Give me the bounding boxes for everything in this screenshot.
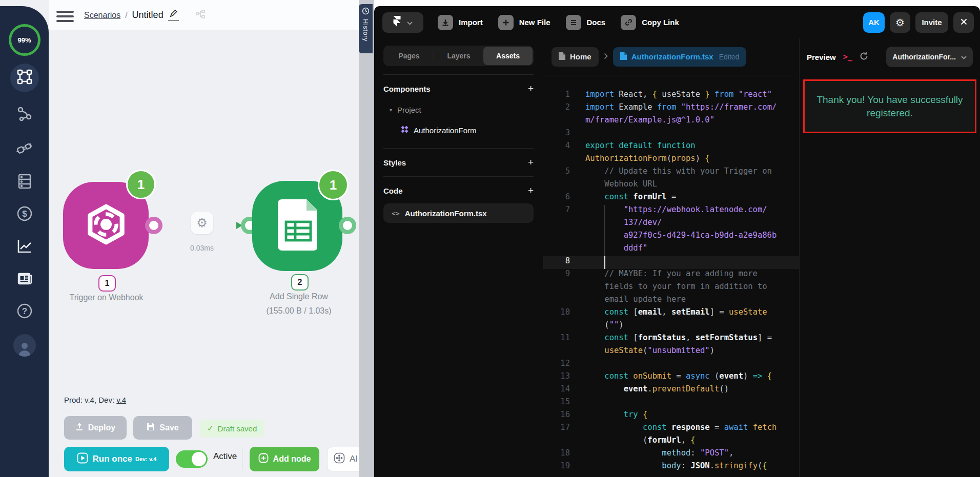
line-number: [543, 282, 570, 295]
plus-icon: [498, 15, 514, 30]
scenario-title[interactable]: Untitled: [132, 10, 164, 20]
panel-resize-strip[interactable]: [359, 0, 374, 477]
line-number: [543, 243, 570, 256]
line-number: [543, 295, 570, 307]
code-brackets-icon: <>: [392, 210, 400, 217]
component-item-authorizationform[interactable]: AuthorizationForm: [401, 126, 534, 135]
code-line: 2import Example from "https://framer.com…: [543, 102, 799, 115]
copy-link-button[interactable]: Copy Link: [621, 15, 679, 30]
line-number: [543, 435, 570, 448]
docs-button[interactable]: Docs: [566, 15, 606, 30]
code-line: 4export default function: [543, 141, 799, 154]
edited-badge: Edited: [719, 53, 740, 61]
code-line: 12: [543, 359, 799, 371]
history-tab[interactable]: History: [359, 4, 373, 53]
code-line: 13 const onSubmit = async (event) => {: [543, 371, 799, 384]
step-number-node1: 1: [98, 275, 116, 292]
sidebar-item-analytics[interactable]: [0, 238, 49, 256]
output-port-node2[interactable]: [339, 217, 356, 234]
components-section-header: Components +: [383, 83, 534, 94]
add-node-button[interactable]: Add node: [250, 447, 319, 471]
add-style-button[interactable]: +: [528, 157, 534, 168]
scenario-tree-icon[interactable]: [196, 10, 206, 21]
tab-authorizationform-file[interactable]: AuthorizationForm.tsx Edited: [613, 47, 747, 67]
sidebar-item-billing[interactable]: $: [0, 205, 49, 224]
clock-icon: [362, 7, 370, 17]
save-button[interactable]: Save: [133, 416, 192, 440]
chevron-down-icon: [407, 18, 413, 27]
close-window-button[interactable]: [953, 12, 974, 33]
run-once-version: Dev: v.4: [135, 456, 156, 462]
code-line: 6 const formUrl =: [543, 192, 799, 205]
code-line: useState("unsubmitted"): [543, 346, 799, 359]
text-cursor: [604, 256, 605, 269]
code-line: 1import React, { useState } from "react": [543, 90, 799, 102]
framer-logo-icon: [393, 16, 401, 29]
tab-layers[interactable]: Layers: [434, 47, 483, 65]
active-toggle[interactable]: [176, 450, 208, 468]
sidebar-item-connections[interactable]: [0, 106, 49, 124]
execution-count: 1: [330, 177, 337, 193]
dev-version-link[interactable]: v.4: [116, 396, 126, 404]
node-add-single-row[interactable]: 1: [252, 181, 342, 271]
code-file-item[interactable]: <> AuthorizationForm.tsx: [383, 203, 534, 223]
sidebar-item-help[interactable]: ?: [0, 302, 49, 322]
sidebar-item-profile[interactable]: [0, 334, 49, 357]
edge-settings-gear-icon[interactable]: ⚙: [191, 212, 213, 234]
step-number-node2: 2: [291, 274, 309, 291]
code-line: 19 body: JSON.stringify({: [543, 461, 799, 474]
line-number: [543, 218, 570, 231]
code-line: 14 event.preventDefault(): [543, 384, 799, 397]
play-icon: [77, 452, 88, 466]
page-icon: [620, 52, 627, 61]
sidebar-item-scenarios[interactable]: [0, 64, 49, 92]
tab-home[interactable]: Home: [552, 47, 599, 67]
import-button[interactable]: Import: [438, 15, 483, 30]
line-number: 4: [543, 141, 570, 154]
chevron-expand-icon: ▾: [390, 107, 392, 113]
code-line: 9 // MAYBE: If you are adding more: [543, 269, 799, 282]
usage-percent-badge[interactable]: 99%: [0, 24, 49, 56]
output-port-node1[interactable]: [145, 217, 162, 234]
edit-pencil-icon[interactable]: [168, 9, 179, 21]
framer-menu-button[interactable]: [382, 12, 423, 33]
tab-assets[interactable]: Assets: [483, 47, 533, 65]
sidebar-item-data[interactable]: [0, 173, 49, 192]
settings-gear-button[interactable]: ⚙: [890, 12, 910, 33]
console-icon[interactable]: >_: [843, 52, 852, 61]
code-line: AuthorizationForm(props) {: [543, 154, 799, 167]
preview-target-dropdown[interactable]: AuthorizationFor...: [886, 47, 973, 67]
node-trigger-on-webhook[interactable]: 1: [63, 182, 149, 269]
invite-button[interactable]: Invite: [915, 12, 948, 33]
apps-grid-icon: [334, 452, 345, 466]
code-area[interactable]: 1import React, { useState } from "react"…: [543, 75, 799, 477]
line-number: 17: [543, 423, 570, 435]
line-number: 12: [543, 359, 570, 371]
deploy-button[interactable]: Deploy: [64, 416, 127, 440]
user-avatar: [13, 334, 36, 357]
code-line: 5 // Update this with your Trigger on: [543, 167, 799, 179]
line-number: [543, 179, 570, 192]
add-component-button[interactable]: +: [528, 83, 534, 94]
sidebar-item-news[interactable]: [0, 271, 49, 289]
sidebar-item-integrations[interactable]: [0, 139, 49, 159]
tab-pages[interactable]: Pages: [384, 47, 434, 65]
project-tree-item[interactable]: ▾ Project: [390, 106, 534, 114]
execution-count-badge[interactable]: 1: [318, 170, 349, 200]
line-number: 13: [543, 371, 570, 384]
user-avatar-ak[interactable]: AK: [863, 12, 885, 33]
refresh-icon[interactable]: [860, 52, 868, 63]
component-diamond-icon: [401, 126, 409, 135]
share-nodes-icon: [16, 106, 33, 124]
new-file-button[interactable]: New File: [498, 15, 550, 30]
breadcrumb: Scenarios / Untitled: [84, 9, 206, 21]
code-line: dddf": [543, 243, 799, 256]
help-circle-icon: ?: [16, 302, 33, 322]
latenode-sidebar: 99%: [0, 6, 49, 477]
breadcrumb-scenarios-link[interactable]: Scenarios: [84, 11, 120, 20]
line-number: 11: [543, 333, 570, 346]
add-code-file-button[interactable]: +: [528, 185, 534, 196]
menu-hamburger-button[interactable]: [56, 11, 74, 22]
execution-count-badge[interactable]: 1: [126, 170, 156, 199]
run-once-button[interactable]: Run once Dev: v.4: [64, 447, 169, 471]
